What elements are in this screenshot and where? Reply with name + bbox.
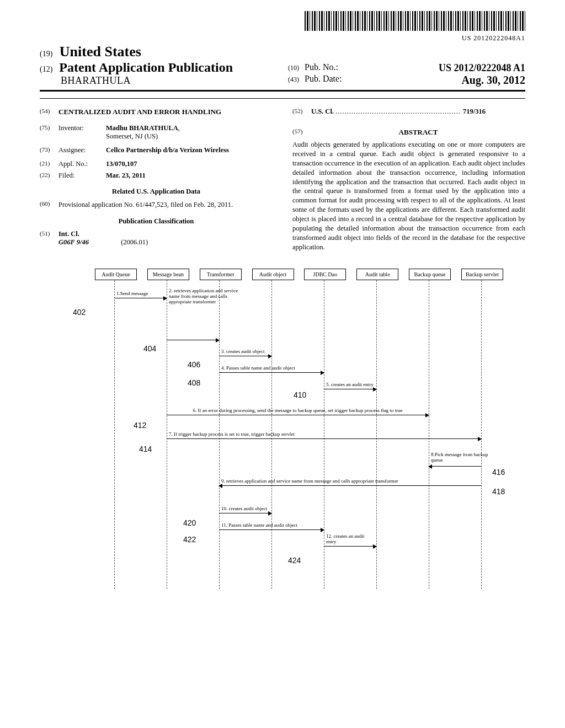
msg-7: 7. If trigger backup process is set to t…	[169, 431, 479, 437]
classification-head: Publication Classification	[40, 217, 273, 226]
arrow-11: 11. Passes table name and audit object	[219, 528, 324, 530]
applno-label: Appl. No.:	[58, 160, 106, 168]
lifeline-audit-object: Audit object	[252, 269, 294, 280]
assignee-label: Assignee:	[58, 146, 106, 154]
ref-408: 408	[188, 378, 200, 387]
msg-2: 2. retrieves application and service nam…	[169, 288, 246, 305]
arrow-line-12	[324, 546, 376, 547]
intcl-row: (51) Int. Cl. G06F 9/46 (2006.01)	[40, 230, 273, 247]
barcode-number: US 20120222048A1	[40, 34, 525, 42]
ll-1	[114, 280, 115, 589]
pub-date-label: Pub. Date:	[305, 74, 342, 83]
uscl-code: (52)	[292, 108, 311, 116]
arrow-2: 2. retrieves application and service nam…	[167, 313, 219, 340]
uscl-label: U.S. Cl.	[311, 108, 334, 115]
arrow-6: 6. If an error during processing, send t…	[167, 407, 429, 415]
arrow-1: 1.Send message	[114, 297, 167, 298]
dot-leader: ........................................…	[335, 108, 463, 115]
intcl-value: G06F 9/46	[58, 238, 119, 247]
ref-424: 424	[288, 556, 301, 565]
msg-12: 12. creates an audit entry	[326, 533, 374, 545]
arrow-line-4	[219, 372, 324, 373]
sequence-body: 1.Send message 402 2. retrieves applicat…	[95, 280, 503, 589]
bibliographic-columns: (54) CENTRALIZED AUDIT AND ERROR HANDLIN…	[40, 104, 525, 252]
filed-code: (22)	[40, 172, 58, 180]
rule-thin	[40, 98, 525, 99]
arrow-3: 3. creates audit object	[219, 355, 271, 356]
lifeline-backup-servlet: Backup servlet	[461, 269, 503, 280]
barcode-graphic	[305, 11, 525, 31]
lifeline-jdbc-dao: JDBC Dao	[304, 269, 346, 280]
country-line: (19) United States	[40, 44, 277, 60]
inventor-row: (75) Inventor: Madhu BHARATHULA, Somerse…	[40, 124, 273, 141]
ref-404: 404	[143, 344, 156, 353]
abstract-block: (57) ABSTRACT Audit objects generated by…	[292, 128, 525, 252]
country-name: United States	[60, 44, 141, 60]
ref-410: 410	[294, 390, 306, 399]
inventor-location: Somerset, NJ (US)	[106, 132, 158, 140]
ref-418: 418	[492, 487, 505, 496]
lifeline-audit-queue: Audit Queue	[95, 269, 137, 280]
msg-5: 5. creates an audit entry	[326, 382, 374, 387]
related-data-head: Related U.S. Application Data	[40, 188, 273, 196]
msg-9: 9. retrieves application and service nam…	[221, 478, 479, 484]
pub-no-code: (10)	[288, 64, 299, 72]
ll-8	[481, 280, 482, 589]
arrow-12: 12. creates an audit entry	[324, 545, 376, 547]
author-line: BHARATHULA	[61, 75, 277, 87]
doc-type: Patent Application Publication	[59, 60, 233, 74]
lifeline-transformer: Transformer	[200, 269, 242, 280]
arrow-5: 5. creates an audit entry	[324, 388, 376, 389]
arrow-line-10	[219, 513, 271, 513]
abstract-heading: ABSTRACT	[311, 128, 525, 137]
arrow-line-8	[429, 466, 481, 467]
uscl-row: (52) U.S. Cl. ..........................…	[292, 108, 525, 116]
doc-type-line: (12) Patent Application Publication	[40, 60, 277, 75]
page: US 20120222048A1 (19) United States (12)…	[40, 0, 525, 611]
provisional-row: (60) Provisional application No. 61/447,…	[40, 200, 273, 210]
rule-thick	[40, 90, 525, 92]
intcl-code: (51)	[40, 230, 58, 247]
ref-422: 422	[183, 535, 196, 544]
provisional-code: (60)	[40, 200, 58, 210]
msg-8: 8.Pick message from backup queue	[431, 452, 492, 463]
abstract-head-row: (57) ABSTRACT	[292, 128, 525, 140]
filed-row: (22) Filed: Mar. 23, 2011	[40, 172, 273, 180]
msg-6: 6. If an error during processing, send t…	[169, 408, 427, 413]
filed-date: Mar. 23, 2011	[106, 172, 146, 179]
country-code: (19)	[40, 50, 52, 58]
arrow-8: 8.Pick message from backup queue	[429, 465, 481, 467]
inventor-label: Inventor:	[58, 124, 106, 141]
arrow-line-11	[219, 529, 324, 530]
title-code: (54)	[40, 108, 58, 116]
lifeline-backup-queue: Backup queue	[409, 269, 451, 280]
doc-type-code: (12)	[40, 65, 52, 73]
assignee-code: (73)	[40, 146, 58, 154]
msg-1: 1.Send message	[116, 291, 164, 296]
ref-420: 420	[183, 518, 196, 527]
arrow-line-9	[219, 485, 481, 486]
intcl-body: Int. Cl. G06F 9/46 (2006.01)	[58, 230, 273, 247]
lifeline-audit-table: Audit table	[356, 269, 398, 280]
arrow-line-5	[324, 389, 376, 389]
applno-code: (21)	[40, 160, 58, 168]
ref-416: 416	[492, 468, 505, 477]
applno-value: 13/070,107	[106, 160, 273, 168]
ref-406: 406	[188, 360, 200, 369]
msg-11: 11. Passes table name and audit object	[221, 522, 322, 528]
arrow-line-6	[167, 415, 429, 415]
filed-value: Mar. 23, 2011	[106, 172, 273, 180]
invention-title: CENTRALIZED AUDIT AND ERROR HANDLING	[58, 108, 273, 116]
ref-412: 412	[134, 421, 146, 430]
uscl-line: U.S. Cl. ...............................…	[311, 108, 525, 116]
barcode-block: US 20120222048A1	[40, 11, 525, 42]
abstract-body: Audit objects generated by applications …	[292, 140, 525, 252]
pub-date-code: (43)	[288, 76, 299, 83]
msg-10: 10. creates audit object	[221, 506, 269, 511]
arrow-line-3	[219, 356, 271, 356]
arrow-line-7	[167, 438, 481, 439]
header-right: (10) Pub. No.: US 2012/0222048 A1 (43) P…	[277, 62, 525, 87]
inventor-name: Madhu BHARATHULA	[106, 124, 178, 132]
pub-date-value: Aug. 30, 2012	[461, 74, 525, 87]
sequence-diagram: Audit Queue Message bean Transformer Aud…	[56, 269, 509, 589]
